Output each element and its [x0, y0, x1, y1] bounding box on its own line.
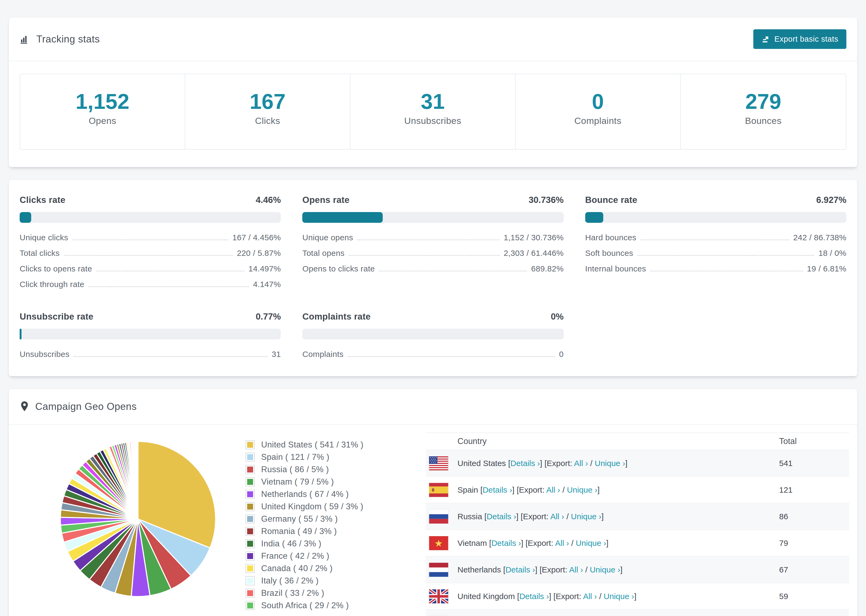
legend-item-netherlands[interactable]: Netherlands ( 67 / 4% ) — [246, 489, 407, 499]
export-unique-link[interactable]: Unique › — [576, 539, 606, 547]
tracking-stats-card: Tracking stats Export basic stats 1,152O… — [9, 17, 857, 167]
flag-vn-icon: ★ — [429, 536, 448, 550]
export-all-link[interactable]: All › — [583, 592, 597, 601]
rate-row-label: Click through rate — [20, 280, 85, 289]
legend-item-united-kingdom[interactable]: United Kingdom ( 59 / 3% ) — [246, 502, 407, 511]
legend-item-france[interactable]: France ( 42 / 2% ) — [246, 551, 407, 561]
rate-row-label: Complaints — [302, 350, 343, 359]
geo-table: Country Total United States [Details ›] … — [426, 432, 849, 616]
rate-row-label: Unique opens — [302, 233, 353, 242]
legend-label: India ( 46 / 3% ) — [261, 539, 321, 548]
rates-grid: Clicks rate4.46%Unique clicks167 / 4.456… — [20, 195, 846, 359]
page: Tracking stats Export basic stats 1,152O… — [0, 0, 866, 616]
legend-swatch — [246, 576, 255, 585]
details-link[interactable]: Details › — [519, 592, 549, 601]
legend-swatch-color — [247, 590, 253, 596]
export-all-link[interactable]: All › — [574, 459, 588, 468]
rate-rows: Complaints0 — [302, 350, 564, 359]
rate-value: 4.46% — [256, 195, 281, 205]
details-link[interactable]: Details › — [482, 486, 512, 494]
legend-label: United States ( 541 / 31% ) — [261, 440, 363, 449]
legend-item-brazil[interactable]: Brazil ( 33 / 2% ) — [246, 588, 407, 598]
legend-item-russia[interactable]: Russia ( 86 / 5% ) — [246, 465, 407, 475]
rate-value: 6.927% — [816, 195, 846, 205]
export-unique-link[interactable]: Unique › — [567, 486, 597, 494]
export-all-link[interactable]: All › — [569, 565, 583, 574]
total-cell: 86 — [779, 512, 849, 521]
total-cell: 67 — [779, 565, 849, 574]
total-cell: 79 — [779, 539, 849, 548]
tracking-stats-header: Tracking stats Export basic stats — [9, 17, 857, 61]
details-link[interactable]: Details › — [505, 565, 535, 574]
rate-row: Unique opens1,152 / 30.736% — [302, 233, 564, 242]
progress-bar — [302, 329, 564, 339]
svg-text:★: ★ — [435, 538, 443, 549]
legend-item-vietnam[interactable]: Vietnam ( 79 / 5% ) — [246, 477, 407, 487]
legend-item-germany[interactable]: Germany ( 55 / 3% ) — [246, 514, 407, 524]
legend-swatch-color — [247, 566, 253, 571]
legend-item-united-states[interactable]: United States ( 541 / 31% ) — [246, 440, 407, 449]
dotted-leader — [650, 271, 803, 272]
summary-value: 31 — [353, 90, 512, 113]
rate-row: Unique clicks167 / 4.456% — [20, 233, 281, 242]
legend-item-canada[interactable]: Canada ( 40 / 2% ) — [246, 564, 407, 573]
export-unique-link[interactable]: Unique › — [604, 592, 634, 601]
legend-item-romania[interactable]: Romania ( 49 / 3% ) — [246, 526, 407, 536]
details-link[interactable]: Details › — [487, 512, 516, 521]
progress-fill — [302, 212, 383, 223]
country-cell: Spain [Details ›] [Export: All › / Uniqu… — [457, 486, 779, 495]
legend-item-spain[interactable]: Spain ( 121 / 7% ) — [246, 452, 407, 462]
rate-value: 0% — [551, 311, 564, 322]
legend-swatch — [246, 552, 255, 561]
legend-swatch — [246, 490, 255, 499]
details-link[interactable]: Details › — [510, 459, 540, 468]
export-icon — [761, 35, 770, 44]
dotted-leader — [64, 255, 233, 256]
rate-row-value: 0 — [559, 350, 564, 359]
summary-cell-clicks: 167Clicks — [185, 74, 350, 149]
progress-bar — [20, 212, 281, 223]
export-all-link[interactable]: All › — [555, 539, 569, 547]
legend-label: United Kingdom ( 59 / 3% ) — [261, 502, 363, 511]
legend-swatch-color — [247, 578, 253, 584]
export-all-link[interactable]: All › — [550, 512, 564, 521]
legend-swatch — [246, 601, 255, 610]
column-header-total: Total — [779, 437, 849, 446]
legend-swatch — [246, 589, 255, 598]
legend-swatch-color — [247, 491, 253, 497]
total-cell: 121 — [779, 486, 849, 495]
rate-title: Complaints rate — [302, 311, 371, 322]
progress-bar — [302, 212, 564, 223]
country-name: Netherlands — [457, 565, 503, 574]
details-link[interactable]: Details › — [491, 539, 521, 547]
legend-label: France ( 42 / 2% ) — [261, 551, 329, 561]
country-cell: United States [Details ›] [Export: All ›… — [457, 459, 779, 468]
legend-swatch — [246, 527, 255, 536]
rate-head: Unsubscribe rate0.77% — [20, 311, 281, 322]
summary-value: 279 — [683, 90, 843, 113]
rate-row-value: 689.82% — [531, 264, 564, 273]
export-all-link[interactable]: All › — [546, 486, 560, 494]
export-unique-link[interactable]: Unique › — [571, 512, 601, 521]
export-unique-link[interactable]: Unique › — [595, 459, 625, 468]
country-name: Russia — [457, 512, 484, 521]
legend-item-india[interactable]: India ( 46 / 3% ) — [246, 539, 407, 548]
rate-row-value: 31 — [272, 350, 281, 359]
export-unique-link[interactable]: Unique › — [590, 565, 620, 574]
legend-item-south-africa[interactable]: South Africa ( 29 / 2% ) — [246, 601, 407, 610]
rate-row-label: Internal bounces — [585, 264, 646, 273]
geo-table-row-nl: Netherlands [Details ›] [Export: All › /… — [426, 556, 849, 583]
legend-item-italy[interactable]: Italy ( 36 / 2% ) — [246, 576, 407, 586]
summary-cell-complaints: 0Complaints — [516, 74, 681, 149]
rates-card: Clicks rate4.46%Unique clicks167 / 4.456… — [9, 179, 857, 376]
legend-swatch-color — [247, 454, 253, 460]
summary-label: Opens — [23, 116, 182, 126]
rate-row-value: 2,303 / 61.446% — [504, 248, 564, 258]
rate-row: Unsubscribes31 — [20, 350, 281, 359]
export-basic-stats-button[interactable]: Export basic stats — [753, 29, 846, 49]
flag-ru-icon — [429, 509, 448, 523]
country-name: United States — [457, 459, 508, 468]
dotted-leader — [72, 239, 228, 240]
dotted-leader — [89, 286, 249, 287]
summary-label: Complaints — [518, 116, 677, 126]
